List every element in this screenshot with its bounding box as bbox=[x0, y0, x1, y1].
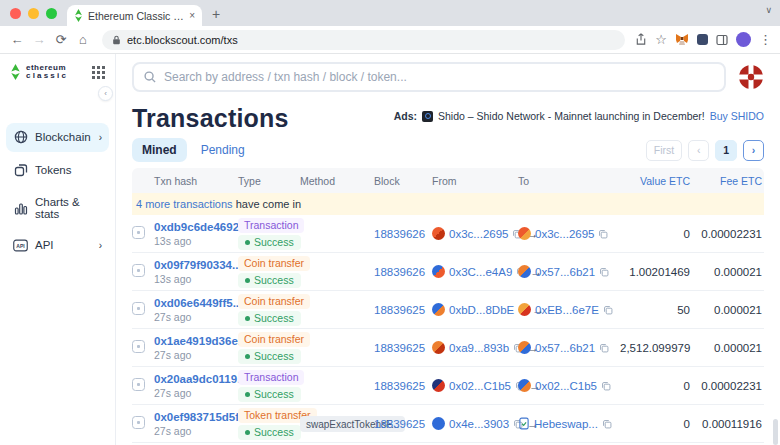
block-link[interactable]: 18839625 bbox=[374, 342, 425, 354]
sidebar-item-blockchain[interactable]: Blockchain › bbox=[6, 123, 109, 152]
from-address-link[interactable]: 0x3C...e4A9 bbox=[449, 266, 512, 278]
zoom-window-button[interactable] bbox=[46, 8, 57, 19]
share-icon[interactable] bbox=[635, 33, 647, 46]
copy-icon[interactable] bbox=[602, 419, 612, 429]
sidebar-item-label: API bbox=[35, 239, 54, 251]
new-tab-button[interactable]: + bbox=[202, 6, 230, 26]
extension-icon[interactable] bbox=[697, 34, 708, 45]
tab-close-icon[interactable]: × bbox=[189, 10, 195, 21]
sidebar: ethereum classic ‹ Blockchai bbox=[0, 54, 116, 445]
bookmark-star-icon[interactable]: ☆ bbox=[655, 32, 667, 47]
sidebar-item-api[interactable]: API API › bbox=[6, 231, 109, 260]
sidebar-item-charts-stats[interactable]: Charts & stats bbox=[6, 189, 109, 227]
col-fee-etc[interactable]: Fee ETC bbox=[692, 175, 764, 187]
pagination-first-button[interactable]: First bbox=[646, 140, 682, 161]
copy-icon[interactable] bbox=[601, 381, 611, 391]
transaction-type-icon[interactable] bbox=[132, 416, 145, 429]
transaction-type-icon[interactable] bbox=[132, 226, 145, 239]
metamask-extension-icon[interactable] bbox=[675, 33, 689, 46]
buy-shido-link[interactable]: Buy SHIDO bbox=[710, 110, 764, 122]
browser-tabstrip: Ethereum Classic transactions × + ∨ bbox=[0, 0, 780, 26]
search-icon bbox=[144, 71, 156, 83]
blockscout-page: ethereum classic ‹ Blockchai bbox=[0, 54, 780, 445]
txn-hash-link[interactable]: 0x1ae4919d36e...8c19 bbox=[154, 335, 238, 347]
col-value-etc[interactable]: Value ETC bbox=[620, 175, 692, 187]
browser-menu-icon[interactable]: ⋮ bbox=[759, 32, 772, 47]
block-link[interactable]: 18839626 bbox=[374, 266, 425, 278]
txn-hash-link[interactable]: 0x20aa9dc0119...eb87 bbox=[154, 373, 238, 385]
close-window-button[interactable] bbox=[10, 8, 21, 19]
from-address-link[interactable]: 0xbD...8DbE bbox=[449, 304, 514, 316]
txn-hash-link[interactable]: 0xdb9c6de4692...e856 bbox=[154, 221, 238, 233]
block-link[interactable]: 18839625 bbox=[374, 304, 425, 316]
address-bar[interactable]: etc.blockscout.com/txs bbox=[102, 30, 625, 50]
txn-age: 13s ago bbox=[154, 235, 238, 247]
apps-grid-icon[interactable] bbox=[92, 66, 105, 79]
back-button[interactable]: ← bbox=[8, 32, 26, 47]
txn-type-tag: Transaction bbox=[238, 370, 304, 385]
success-dot-icon bbox=[245, 354, 250, 359]
network-profile-icon[interactable] bbox=[738, 64, 764, 90]
chevron-down-icon[interactable]: ∨ bbox=[765, 5, 772, 15]
block-link[interactable]: 18839626 bbox=[374, 228, 425, 240]
browser-tab[interactable]: Ethereum Classic transactions × bbox=[67, 5, 202, 26]
txn-type-tag: Coin transfer bbox=[238, 294, 310, 309]
copy-icon[interactable] bbox=[603, 305, 613, 315]
to-address-link[interactable]: 0x57...6b21 bbox=[535, 342, 595, 354]
pagination-next-button[interactable]: › bbox=[743, 140, 764, 161]
transaction-type-icon[interactable] bbox=[132, 264, 145, 277]
copy-icon[interactable] bbox=[599, 343, 609, 353]
txn-hash-link[interactable]: 0x0ef983715d5f...95cf bbox=[154, 411, 238, 423]
txn-age: 13s ago bbox=[154, 273, 238, 285]
from-address-link[interactable]: 0x02...C1b5 bbox=[449, 380, 511, 392]
brand-logo[interactable]: ethereum classic bbox=[0, 64, 115, 81]
more-transactions-link[interactable]: 4 more transactions bbox=[136, 198, 233, 210]
from-address-link[interactable]: 0xa9...893b bbox=[449, 342, 509, 354]
txn-fee: 0.000021 bbox=[692, 304, 764, 316]
pagination-current-page: 1 bbox=[715, 140, 737, 161]
from-address-avatar bbox=[432, 265, 445, 278]
table-body: 0xdb9c6de4692...e856 13s ago Transaction… bbox=[132, 215, 764, 445]
search-placeholder: Search by address / txn hash / block / t… bbox=[164, 70, 407, 84]
sidebar-menu: Blockchain › Tokens Charts & stats bbox=[0, 123, 115, 260]
transaction-type-icon[interactable] bbox=[132, 302, 145, 315]
status-badge: Success bbox=[238, 425, 301, 440]
forward-button[interactable]: → bbox=[30, 32, 48, 47]
txn-hash-link[interactable]: 0x09f79f90334...2431 bbox=[154, 259, 238, 271]
to-address-link[interactable]: 0x02...C1b5 bbox=[535, 380, 597, 392]
to-address-avatar bbox=[518, 341, 531, 354]
home-button[interactable]: ⌂ bbox=[74, 32, 92, 47]
from-address-link[interactable]: 0x3c...2695 bbox=[449, 228, 508, 240]
side-panel-icon[interactable] bbox=[716, 34, 728, 46]
to-address-link[interactable]: 0xEB...6e7E bbox=[535, 304, 599, 316]
col-txn-hash: Txn hash bbox=[154, 175, 238, 187]
tab-pending[interactable]: Pending bbox=[201, 143, 245, 157]
txn-age: 27s ago bbox=[154, 349, 238, 361]
search-input[interactable]: Search by address / txn hash / block / t… bbox=[132, 62, 726, 92]
tab-mined[interactable]: Mined bbox=[132, 138, 187, 162]
sidebar-collapse-button[interactable]: ‹ bbox=[98, 86, 113, 101]
to-address-link[interactable]: Hebeswap... bbox=[534, 418, 598, 430]
to-address-link[interactable]: 0x57...6b21 bbox=[535, 266, 595, 278]
to-address-link[interactable]: 0x3c...2695 bbox=[535, 228, 594, 240]
from-address-avatar bbox=[432, 341, 445, 354]
block-link[interactable]: 18839625 bbox=[374, 380, 425, 392]
transactions-table: Txn hash Type Method Block From To Value… bbox=[132, 168, 764, 445]
transaction-type-icon[interactable] bbox=[132, 340, 145, 353]
txn-hash-link[interactable]: 0xd06e6449ff5...b759 bbox=[154, 297, 238, 309]
success-dot-icon bbox=[245, 430, 250, 435]
tokens-icon bbox=[13, 163, 28, 178]
browser-profile-avatar[interactable] bbox=[736, 32, 751, 47]
copy-icon[interactable] bbox=[598, 229, 608, 239]
from-address-link[interactable]: 0x4e...3903 bbox=[449, 418, 509, 430]
sidebar-item-tokens[interactable]: Tokens bbox=[6, 156, 109, 185]
block-link[interactable]: 18839625 bbox=[374, 418, 425, 430]
reload-button[interactable]: ⟳ bbox=[52, 32, 70, 47]
transaction-type-icon[interactable] bbox=[132, 378, 145, 391]
window-controls bbox=[0, 8, 67, 26]
scrollbar-thumb[interactable] bbox=[773, 419, 778, 445]
txn-fee: 0.00002231 bbox=[692, 380, 764, 392]
minimize-window-button[interactable] bbox=[28, 8, 39, 19]
copy-icon[interactable] bbox=[599, 267, 609, 277]
pagination-prev-button[interactable]: ‹ bbox=[688, 140, 709, 161]
